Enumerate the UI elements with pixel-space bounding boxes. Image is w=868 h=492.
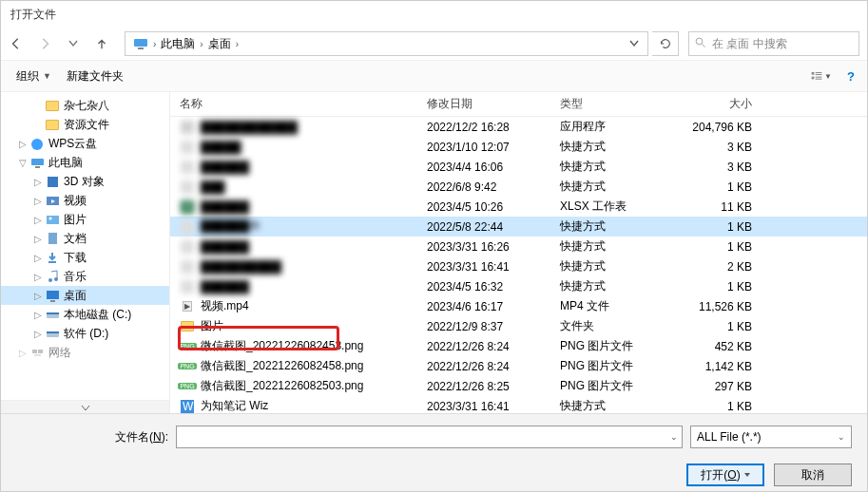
chevron-right-icon[interactable]: › bbox=[153, 39, 156, 49]
chevron-right-icon[interactable]: › bbox=[200, 39, 203, 49]
toolbar: 组织 ▼ 新建文件夹 ▼ ? bbox=[1, 60, 867, 92]
tree-item[interactable]: ▽此电脑 bbox=[1, 153, 169, 172]
tree-item[interactable]: ▷网络 bbox=[1, 343, 169, 362]
filter-label: ALL File (*.*) bbox=[697, 430, 762, 444]
tree-label: 音乐 bbox=[64, 269, 87, 285]
file-row[interactable]: W为知笔记 Wiz2023/3/31 16:41快捷方式1 KB bbox=[170, 396, 867, 415]
refresh-button[interactable] bbox=[652, 31, 679, 56]
new-folder-button[interactable]: 新建文件夹 bbox=[59, 65, 131, 88]
expand-icon[interactable]: ▷ bbox=[31, 329, 45, 339]
svg-rect-39 bbox=[181, 260, 194, 274]
file-size: 11 KB bbox=[665, 200, 769, 214]
chevron-down-icon: ▼ bbox=[43, 71, 51, 81]
search-input[interactable]: 在 桌面 中搜索 bbox=[688, 31, 859, 56]
tree-item[interactable]: ▷软件 (D:) bbox=[1, 324, 169, 343]
svg-point-21 bbox=[54, 277, 58, 281]
expand-icon[interactable]: ▷ bbox=[16, 348, 29, 358]
expand-icon[interactable]: ▷ bbox=[31, 215, 45, 225]
file-size: 1 KB bbox=[665, 180, 769, 194]
file-row[interactable]: ██████2023/4/4 16:06快捷方式3 KB bbox=[170, 157, 867, 177]
expand-icon[interactable]: ▷ bbox=[31, 234, 45, 244]
expand-icon[interactable]: ▷ bbox=[31, 196, 45, 206]
tree-item[interactable]: ▷文档 bbox=[1, 229, 169, 248]
open-button[interactable]: 打开(O) bbox=[686, 464, 764, 486]
svg-rect-37 bbox=[181, 220, 194, 234]
svg-text:X: X bbox=[183, 200, 191, 214]
file-row[interactable]: 图片2022/12/9 8:37文件夹1 KB bbox=[170, 316, 867, 336]
tree-item[interactable]: ▷桌面 bbox=[1, 286, 169, 305]
file-size: 1 KB bbox=[665, 400, 769, 413]
back-button[interactable] bbox=[9, 36, 24, 51]
header-date[interactable]: 修改日期 bbox=[417, 96, 550, 112]
wps-icon bbox=[29, 136, 45, 151]
file-row[interactable]: ██████████2023/3/31 16:41快捷方式2 KB bbox=[170, 256, 867, 276]
file-type: 快捷方式 bbox=[550, 238, 665, 255]
expand-icon[interactable]: ▷ bbox=[31, 253, 45, 263]
view-options-button[interactable]: ▼ bbox=[810, 66, 833, 85]
file-row[interactable]: ███2022/6/8 9:42快捷方式1 KB bbox=[170, 177, 867, 197]
tree-item[interactable]: ▷3D 对象 bbox=[1, 172, 169, 191]
file-name: ██████ bbox=[201, 161, 249, 174]
documents-icon bbox=[45, 231, 60, 246]
pictures-icon bbox=[45, 212, 60, 227]
header-name[interactable]: 名称 bbox=[170, 96, 417, 112]
folder-tree: 杂七杂八资源文件▷WPS云盘▽此电脑▷3D 对象▷视频▷图片▷文档▷下载▷音乐▷… bbox=[1, 92, 170, 415]
pc-icon[interactable] bbox=[129, 32, 152, 55]
file-name: 微信截图_20221226082453.png bbox=[201, 338, 363, 354]
up-button[interactable] bbox=[94, 36, 109, 51]
cancel-button[interactable]: 取消 bbox=[774, 464, 852, 486]
file-row[interactable]: ▶视频.mp42023/4/6 16:17MP4 文件11,526 KB bbox=[170, 296, 867, 316]
chevron-right-icon[interactable]: › bbox=[236, 39, 239, 49]
tree-label: 网络 bbox=[48, 345, 71, 361]
file-row[interactable]: X██████2023/4/5 10:26XLSX 工作表11 KB bbox=[170, 197, 867, 217]
file-row[interactable]: ██████件2022/5/8 22:44快捷方式1 KB bbox=[170, 217, 867, 237]
file-row[interactable]: ██████2023/4/5 16:32快捷方式1 KB bbox=[170, 276, 867, 296]
file-row[interactable]: ██████2023/3/31 16:26快捷方式1 KB bbox=[170, 237, 867, 256]
tree-item[interactable]: 杂七杂八 bbox=[1, 96, 169, 115]
expand-icon[interactable]: ▷ bbox=[31, 291, 45, 301]
tree-item[interactable]: ▷本地磁盘 (C:) bbox=[1, 305, 169, 324]
tree-item[interactable]: ▷图片 bbox=[1, 210, 169, 229]
dialog-title: 打开文件 bbox=[1, 1, 867, 28]
file-date: 2022/6/8 9:42 bbox=[417, 180, 550, 194]
breadcrumb-pc[interactable]: 此电脑 bbox=[157, 32, 199, 55]
file-row[interactable]: PNG微信截图_20221226082453.png2022/12/26 8:2… bbox=[170, 336, 867, 356]
file-date: 2022/12/26 8:24 bbox=[417, 340, 550, 353]
bottom-panel: 文件名(N): ⌄ ALL File (*.*) ⌄ 打开(O) 取消 bbox=[1, 413, 867, 491]
tree-label: 杂七杂八 bbox=[64, 98, 109, 114]
header-size[interactable]: 大小 bbox=[665, 96, 769, 112]
organize-button[interactable]: 组织 ▼ bbox=[9, 65, 59, 88]
help-button[interactable]: ? bbox=[842, 67, 859, 85]
collapse-icon[interactable]: ▽ bbox=[16, 158, 29, 168]
breadcrumb-desktop[interactable]: 桌面 bbox=[204, 32, 235, 55]
address-dropdown[interactable] bbox=[625, 40, 644, 47]
file-row[interactable]: █████2023/1/10 12:07快捷方式3 KB bbox=[170, 137, 867, 157]
tree-item[interactable]: ▷音乐 bbox=[1, 267, 169, 286]
tree-item[interactable]: 资源文件 bbox=[1, 115, 169, 134]
file-row[interactable]: PNG微信截图_20221226082503.png2022/12/26 8:2… bbox=[170, 376, 867, 396]
tree-item[interactable]: ▷视频 bbox=[1, 191, 169, 210]
file-row[interactable]: ████████████2022/12/2 16:28应用程序204,796 K… bbox=[170, 117, 867, 137]
expand-icon[interactable]: ▷ bbox=[16, 139, 29, 149]
address-bar[interactable]: › 此电脑 › 桌面 › bbox=[125, 31, 648, 56]
file-name: 微信截图_20221226082458.png bbox=[201, 358, 363, 374]
expand-icon[interactable]: ▷ bbox=[31, 272, 45, 282]
svg-rect-19 bbox=[48, 261, 56, 263]
expand-icon[interactable]: ▷ bbox=[31, 310, 45, 320]
chevron-down-icon[interactable]: ⌄ bbox=[670, 432, 678, 442]
file-type: 快捷方式 bbox=[550, 258, 665, 274]
tree-item[interactable]: ▷下载 bbox=[1, 248, 169, 267]
chevron-down-icon[interactable]: ⌄ bbox=[838, 432, 845, 442]
filetype-filter[interactable]: ALL File (*.*) ⌄ bbox=[690, 426, 852, 448]
recent-dropdown[interactable] bbox=[66, 36, 81, 51]
filename-input[interactable]: ⌄ bbox=[176, 426, 683, 448]
tree-item[interactable]: ▷WPS云盘 bbox=[1, 134, 169, 153]
expand-icon[interactable]: ▷ bbox=[31, 177, 45, 187]
desktop-icon bbox=[45, 288, 60, 303]
file-row[interactable]: PNG微信截图_20221226082458.png2022/12/26 8:2… bbox=[170, 356, 867, 376]
svg-rect-32 bbox=[181, 141, 194, 154]
forward-button[interactable] bbox=[37, 36, 52, 51]
header-type[interactable]: 类型 bbox=[550, 96, 665, 112]
tree-label: 本地磁盘 (C:) bbox=[64, 307, 131, 323]
svg-point-17 bbox=[48, 217, 51, 219]
